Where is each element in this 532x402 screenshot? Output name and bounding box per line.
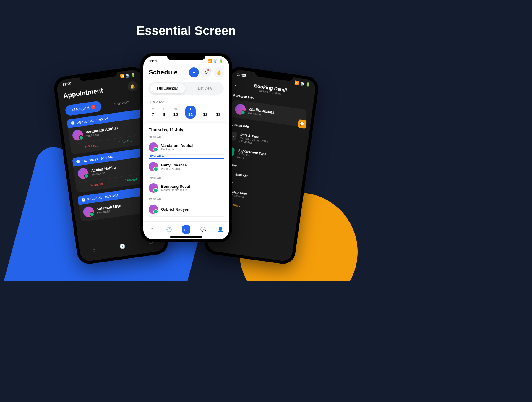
avatar [77,168,89,180]
clock-icon: 🕐 [71,121,75,125]
current-time-marker: 08:50 AM ▸ [149,155,224,158]
wifi-icon: 📡 [300,81,305,86]
appointment-card[interactable]: 🕐Thu Jun 21 · 9:00 AM Azalea NabilaHeada… [72,147,151,193]
calendar-day-active[interactable]: T11 [185,106,196,119]
status-time: 11:20 [62,82,72,87]
request-badge: 3 [91,104,96,110]
avatar [149,205,158,214]
avatar [149,142,158,152]
bell-icon[interactable]: 🔔 [214,67,224,77]
clock-icon: 🕐 [76,159,81,164]
schedule-item[interactable]: Gabriel Nauyen [149,202,224,217]
schedule-date-title: Thursday, 11 July [149,127,224,132]
tab-full-calendar[interactable]: Full Calendar [150,83,185,93]
avatar [149,183,158,193]
battery-icon: 🔋 [219,59,223,63]
calendar-day[interactable]: W10 [172,106,179,119]
nav-calendar-icon[interactable]: ▭ [182,225,190,234]
nav-chat-icon[interactable]: 💬 [199,225,207,234]
appointment-card[interactable]: 🕐Wed Jun 21 · 8:00 AM Vandarani AduhaiBa… [67,109,146,155]
schedule-title: Schedule [149,69,178,76]
battery-icon: 🔋 [305,82,310,87]
message-button[interactable]: 💬 [297,119,307,129]
nav-clock-icon[interactable]: 🕐 [118,241,127,251]
month-label: July 2022 [143,97,229,106]
clock-icon: 🕐 [81,198,86,202]
wifi-icon: 📡 [213,59,218,63]
bell-icon[interactable]: 🔔 [127,81,138,92]
wifi-icon: 📡 [125,73,130,78]
avatar [82,206,95,218]
status-time: 11:20 [236,72,246,78]
calendar-day[interactable]: F12 [202,106,209,119]
calendar-day[interactable]: T8 [161,106,166,119]
signal-icon: 📶 [120,74,125,79]
tab-list-view[interactable]: List View [187,83,223,93]
avatar [72,129,84,141]
signal-icon: 📶 [294,81,299,85]
avatar [149,162,158,171]
accept-button[interactable]: ✓ Accept [108,137,142,146]
calendar-day[interactable]: M7 [150,106,155,119]
avatar [234,103,246,116]
status-time: 11:20 [149,59,158,63]
nav-home-icon[interactable]: ⌂ [148,225,156,234]
page-title: Essential Screen [137,24,236,38]
calendar-day[interactable]: S13 [215,106,222,119]
nav-profile-icon[interactable]: 👤 [216,225,225,234]
appointment-title: Appointment [63,87,104,100]
signal-icon: 📶 [207,59,212,63]
schedule-item[interactable]: Beby JovancaAsthma Attack [149,160,224,174]
schedule-item[interactable]: Vandarani AduhaiBackache [149,140,224,155]
history-icon[interactable]: ↻ [201,67,211,77]
reject-button[interactable]: ✕ Reject [80,180,114,189]
phone-schedule: 11:20📶📡🔋 Schedule + ↻ 🔔 Full Calendar Li… [140,53,232,242]
nav-home-icon[interactable]: ⌂ [89,246,99,255]
add-button[interactable]: + [189,67,199,77]
nav-clock-icon[interactable]: 🕐 [165,225,173,234]
reject-button[interactable]: ✕ Reject [74,142,108,150]
battery-icon: 🔋 [131,72,136,77]
schedule-item[interactable]: Bambang SucatMental Health Issue [149,181,224,195]
